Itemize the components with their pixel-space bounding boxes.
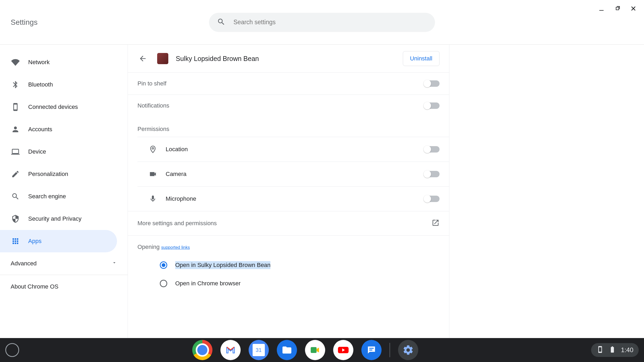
sidebar: Network Bluetooth Connected devices Acco… <box>0 45 128 338</box>
permission-microphone-toggle[interactable] <box>424 196 440 202</box>
shelf-app-messages[interactable] <box>361 340 382 360</box>
radio-open-in-app[interactable]: Open in Sulky Lopsided Brown Bean <box>128 256 449 274</box>
shield-icon <box>11 214 20 224</box>
pin-to-shelf-label: Pin to shelf <box>137 80 166 87</box>
shelf-app-youtube[interactable] <box>333 340 353 360</box>
permission-location-toggle[interactable] <box>424 146 440 153</box>
more-settings-row[interactable]: More settings and permissions <box>128 211 449 236</box>
svg-rect-0 <box>311 347 316 353</box>
notifications-label: Notifications <box>137 102 169 109</box>
shelf-app-calendar[interactable]: 31 <box>249 340 269 360</box>
sidebar-item-apps[interactable]: Apps <box>0 230 117 252</box>
phone-icon <box>11 102 20 112</box>
sidebar-item-bluetooth[interactable]: Bluetooth <box>0 73 117 96</box>
location-icon <box>148 145 158 154</box>
page-title: Settings <box>11 18 37 27</box>
sidebar-item-label: Connected devices <box>28 104 78 110</box>
clock: 1:40 <box>621 346 633 354</box>
wifi-icon <box>11 57 20 67</box>
search-input[interactable] <box>233 19 427 26</box>
camera-icon <box>148 169 158 179</box>
sidebar-advanced[interactable]: Advanced <box>0 252 128 275</box>
sidebar-item-label: Bluetooth <box>28 81 53 88</box>
close-button[interactable] <box>629 4 638 13</box>
radio-open-in-app-label: Open in Sulky Lopsided Brown Bean <box>175 261 270 269</box>
shelf-app-chrome[interactable] <box>192 340 212 360</box>
notifications-toggle[interactable] <box>424 102 440 109</box>
sidebar-item-label: Device <box>28 148 46 155</box>
sidebar-item-personalization[interactable]: Personalization <box>0 163 117 185</box>
radio-button[interactable] <box>160 261 167 269</box>
phone-hub-icon <box>596 346 604 354</box>
search-box[interactable] <box>209 13 435 32</box>
maximize-button[interactable] <box>613 4 622 13</box>
shelf-app-gmail[interactable] <box>220 340 241 360</box>
status-tray[interactable]: 1:40 <box>591 343 639 357</box>
edit-icon <box>11 169 20 179</box>
shelf-separator <box>390 343 390 357</box>
minimize-button[interactable] <box>597 4 606 13</box>
battery-icon <box>609 346 616 354</box>
laptop-icon <box>11 147 20 157</box>
radio-open-in-chrome-label: Open in Chrome browser <box>175 280 241 287</box>
divider <box>0 275 128 275</box>
shelf: 31 1:40 <box>0 338 644 362</box>
radio-button[interactable] <box>160 280 167 287</box>
more-settings-label: More settings and permissions <box>137 220 217 227</box>
launcher-button[interactable] <box>5 343 19 357</box>
app-title: Sulky Lopsided Brown Bean <box>176 55 403 63</box>
uninstall-button[interactable]: Uninstall <box>403 51 440 66</box>
bluetooth-icon <box>11 80 20 89</box>
chevron-down-icon <box>112 260 117 267</box>
sidebar-item-label: Apps <box>28 238 41 245</box>
shelf-app-settings[interactable] <box>398 340 418 360</box>
main-content: Sulky Lopsided Brown Bean Uninstall Pin … <box>128 45 644 338</box>
shelf-app-meet[interactable] <box>305 340 325 360</box>
sidebar-item-network[interactable]: Network <box>0 51 117 73</box>
sidebar-item-device[interactable]: Device <box>0 141 117 163</box>
open-external-icon <box>432 219 440 228</box>
sidebar-about[interactable]: About Chrome OS <box>0 276 128 297</box>
sidebar-item-security-privacy[interactable]: Security and Privacy <box>0 208 117 230</box>
search-icon <box>217 18 225 27</box>
permission-location-label: Location <box>166 146 424 153</box>
app-icon <box>157 53 168 64</box>
permission-camera-label: Camera <box>166 171 424 178</box>
shelf-app-files[interactable] <box>277 340 297 360</box>
sidebar-about-label: About Chrome OS <box>11 283 58 290</box>
permissions-heading: Permissions <box>128 117 449 137</box>
back-button[interactable] <box>137 53 148 64</box>
radio-open-in-chrome[interactable]: Open in Chrome browser <box>128 274 449 293</box>
supported-links-link[interactable]: supported links <box>161 245 190 250</box>
pin-to-shelf-toggle[interactable] <box>424 80 440 87</box>
search-icon <box>11 192 20 201</box>
sidebar-item-label: Accounts <box>28 126 52 133</box>
sidebar-item-label: Network <box>28 59 50 66</box>
apps-icon <box>11 236 20 246</box>
sidebar-item-connected-devices[interactable]: Connected devices <box>0 96 117 118</box>
sidebar-advanced-label: Advanced <box>11 260 37 267</box>
sidebar-item-label: Search engine <box>28 193 66 200</box>
microphone-icon <box>148 194 158 204</box>
permission-microphone-label: Microphone <box>166 195 424 202</box>
sidebar-item-accounts[interactable]: Accounts <box>0 118 117 141</box>
opening-prefix: Opening <box>137 244 161 250</box>
permission-camera-toggle[interactable] <box>424 171 440 177</box>
sidebar-item-label: Security and Privacy <box>28 215 82 222</box>
person-icon <box>11 125 20 134</box>
sidebar-item-label: Personalization <box>28 171 68 178</box>
sidebar-item-search-engine[interactable]: Search engine <box>0 185 117 208</box>
